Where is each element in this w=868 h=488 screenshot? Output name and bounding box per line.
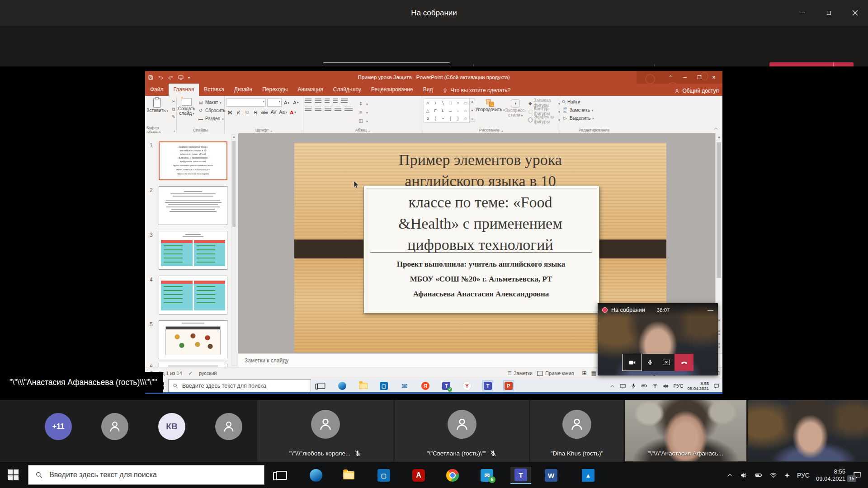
battery-icon[interactable] (641, 383, 648, 389)
shared-notification-icon[interactable] (713, 383, 720, 389)
slide-thumbnail-4[interactable] (159, 276, 227, 314)
align-right-button[interactable] (325, 107, 331, 112)
participant-avatar[interactable] (101, 413, 128, 440)
font-name-combo[interactable] (226, 99, 266, 107)
participant-tile[interactable]: "\"\\\"любовь короле... (257, 400, 393, 461)
participant-avatar[interactable] (215, 413, 242, 440)
language-indicator[interactable]: русский (199, 371, 217, 376)
undo-icon[interactable] (158, 75, 164, 80)
word-icon[interactable]: W (541, 467, 561, 484)
slide-subtitle[interactable]: Проект выполнила: учитель английского яз… (363, 257, 599, 301)
ppt-ribbon-options-button[interactable]: ⌃ (664, 72, 677, 83)
slide-thumbnail-6[interactable] (159, 363, 227, 367)
tab-home[interactable]: Главная (169, 84, 199, 96)
columns-button[interactable] (344, 107, 353, 112)
underline-button[interactable]: Ч (243, 109, 251, 116)
start-button[interactable] (8, 469, 19, 480)
format-painter-button[interactable]: ✎ (170, 114, 177, 120)
tab-slideshow[interactable]: Слайд-шоу (328, 84, 366, 96)
shared-mail-icon[interactable]: ✉ (399, 380, 410, 391)
tray-chevron-up-icon[interactable] (726, 472, 733, 479)
teams-icon[interactable]: T (510, 467, 531, 484)
notification-center-button[interactable]: 15 (852, 470, 863, 480)
spellcheck-icon[interactable]: ✓ (189, 371, 193, 376)
reset-button[interactable]: ↺Сбросить (197, 107, 225, 114)
shrink-font-button[interactable]: А▼ (292, 99, 300, 106)
volume-icon[interactable] (740, 471, 748, 479)
language-indicator[interactable]: РУС (797, 472, 810, 479)
collapse-ribbon-icon[interactable] (713, 126, 719, 131)
text-direction-button[interactable]: ⇕ (357, 100, 368, 107)
find-button[interactable]: Найти (561, 99, 627, 105)
chrome-icon[interactable] (442, 467, 463, 484)
shape-fill-button[interactable]: ◆Заливка фигуры (528, 100, 560, 106)
tab-review[interactable]: Рецензирование (366, 84, 418, 96)
pip-stop-share-button[interactable]: ✕ (658, 354, 675, 371)
dialog-launcher-icon[interactable]: ⌟ (368, 128, 370, 132)
tray-star-icon[interactable] (783, 472, 791, 479)
meeting-pip-window[interactable]: На собрании 38:07 — ✕ (598, 303, 718, 375)
network-icon[interactable] (769, 471, 777, 479)
section-button[interactable]: ▬Раздел (197, 115, 225, 122)
ppt-minimize-button[interactable]: ─ (678, 72, 692, 83)
tab-view[interactable]: Вид (418, 84, 438, 96)
slide-sorter-button[interactable]: ▦ (591, 370, 596, 376)
shared-yandex-browser-icon[interactable]: Я (420, 380, 431, 391)
shared-edge-icon[interactable] (337, 380, 348, 391)
shared-task-view-button[interactable] (316, 380, 327, 391)
tab-file[interactable]: Файл (145, 84, 169, 96)
shape-effects-button[interactable]: ◯Эффекты фигуры (528, 116, 560, 122)
copy-button[interactable]: ⧉ (170, 106, 177, 112)
font-size-combo[interactable] (267, 99, 282, 107)
participant-tile[interactable]: "Dina Khus (гость)" (530, 400, 623, 461)
increase-indent-button[interactable] (333, 99, 338, 103)
cut-button[interactable]: ✂ (170, 99, 177, 104)
mail-icon[interactable]: ✉6 (476, 467, 497, 484)
change-case-button[interactable]: Aa (278, 109, 288, 116)
tell-me-box[interactable]: Что вы хотите сделать? (438, 85, 515, 96)
replace-button[interactable]: abacЗаменить (561, 107, 627, 113)
paste-button[interactable]: Вставить (146, 97, 168, 113)
shapes-gallery[interactable]: A\╲□○▭ △ΓL→↓⌂ S(~{}☆ (424, 99, 470, 123)
wifi-icon[interactable] (652, 383, 658, 389)
shadow-button[interactable]: abc (260, 109, 269, 116)
acrobat-icon[interactable]: A (408, 467, 429, 484)
store-icon[interactable]: ▢ (373, 467, 394, 484)
pip-hangup-button[interactable] (675, 354, 693, 371)
notes-toggle[interactable]: ≣Заметки (507, 370, 533, 376)
shared-search-box[interactable]: Введите здесь текст для поиска (168, 379, 311, 392)
task-view-button[interactable] (271, 467, 292, 484)
save-icon[interactable] (148, 75, 154, 80)
shared-language-indicator[interactable]: РУС (673, 383, 683, 389)
participant-video-tile[interactable] (748, 400, 868, 461)
volume-icon[interactable] (662, 383, 669, 389)
shared-store-icon[interactable]: ▢ (378, 380, 389, 391)
tab-design[interactable]: Дизайн (229, 84, 257, 96)
line-spacing-button[interactable] (341, 99, 348, 103)
qat-customize-icon[interactable]: ▾ (188, 75, 190, 80)
edge-icon[interactable] (306, 467, 326, 484)
shared-powerpoint-icon[interactable]: P (503, 380, 514, 391)
file-explorer-icon[interactable] (338, 467, 359, 484)
tray-chevron-up-icon[interactable] (609, 383, 615, 389)
window-minimize-button[interactable] (789, 0, 816, 26)
font-color-button[interactable]: А (289, 109, 297, 116)
shape-outline-button[interactable]: ▢Контур фигуры (528, 108, 560, 114)
tab-insert[interactable]: Вставка (199, 84, 229, 96)
redo-icon[interactable] (168, 75, 174, 80)
ppt-close-button[interactable]: ✕ (707, 72, 721, 83)
normal-view-button[interactable]: ⊞ (582, 370, 587, 376)
align-text-button[interactable]: ≡ (357, 108, 368, 116)
align-center-button[interactable] (315, 107, 321, 112)
bullets-button[interactable] (305, 99, 311, 103)
thumbnail-scrollbar[interactable] (231, 134, 237, 366)
tab-transitions[interactable]: Переходы (257, 84, 292, 96)
participant-initials-avatar[interactable]: КВ (158, 413, 185, 440)
shared-yandex-icon[interactable]: Y (462, 380, 472, 391)
participant-tile[interactable]: "\"Светлана (гость)\"" (395, 400, 529, 461)
shared-teams-icon[interactable]: T✓ (441, 380, 452, 391)
grow-font-button[interactable]: А▲ (283, 99, 291, 106)
scroll-up-icon[interactable]: ▲ (716, 133, 722, 141)
slide-thumbnail-1[interactable]: Пример элементов урока английского языка… (159, 141, 227, 180)
taskbar-clock[interactable]: 8:5509.04.2021 (816, 468, 845, 483)
